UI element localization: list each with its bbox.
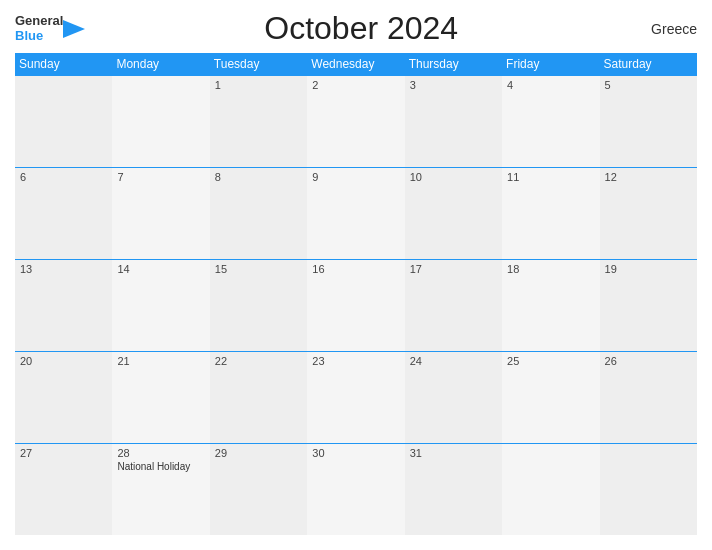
calendar-cell: 22 [210,351,307,443]
day-number: 9 [312,171,399,183]
calendar-cell: 16 [307,259,404,351]
svg-marker-0 [63,20,85,38]
calendar-week-row: 2728National Holiday293031 [15,443,697,535]
day-number: 8 [215,171,302,183]
calendar-cell: 4 [502,76,599,168]
day-number: 5 [605,79,692,91]
day-event: National Holiday [117,461,204,472]
calendar-cell: 26 [600,351,697,443]
calendar-week-row: 12345 [15,76,697,168]
calendar-container: General Blue October 2024 Greece Sunday … [0,0,712,550]
calendar-cell [112,76,209,168]
calendar-cell: 6 [15,167,112,259]
day-number: 3 [410,79,497,91]
day-number: 4 [507,79,594,91]
logo-icon [63,20,85,38]
calendar-table: Sunday Monday Tuesday Wednesday Thursday… [15,53,697,535]
logo-blue: Blue [15,29,63,43]
calendar-cell: 7 [112,167,209,259]
logo-general: General [15,14,63,28]
calendar-week-row: 20212223242526 [15,351,697,443]
day-number: 27 [20,447,107,459]
calendar-cell: 29 [210,443,307,535]
month-title: October 2024 [85,10,637,47]
day-number: 13 [20,263,107,275]
calendar-cell: 24 [405,351,502,443]
day-number: 25 [507,355,594,367]
calendar-cell: 14 [112,259,209,351]
calendar-cell: 3 [405,76,502,168]
calendar-cell: 19 [600,259,697,351]
calendar-cell: 8 [210,167,307,259]
calendar-cell: 23 [307,351,404,443]
calendar-cell: 18 [502,259,599,351]
day-number: 29 [215,447,302,459]
days-header-row: Sunday Monday Tuesday Wednesday Thursday… [15,53,697,76]
calendar-cell: 5 [600,76,697,168]
day-number: 7 [117,171,204,183]
day-number: 2 [312,79,399,91]
day-number: 19 [605,263,692,275]
day-number: 1 [215,79,302,91]
calendar-cell: 25 [502,351,599,443]
calendar-cell: 27 [15,443,112,535]
day-number: 23 [312,355,399,367]
calendar-header: General Blue October 2024 Greece [15,10,697,47]
day-number: 6 [20,171,107,183]
calendar-cell [15,76,112,168]
calendar-cell: 21 [112,351,209,443]
day-number: 14 [117,263,204,275]
calendar-cell: 31 [405,443,502,535]
calendar-cell: 15 [210,259,307,351]
calendar-week-row: 13141516171819 [15,259,697,351]
header-sunday: Sunday [15,53,112,76]
calendar-cell: 20 [15,351,112,443]
calendar-cell: 10 [405,167,502,259]
header-wednesday: Wednesday [307,53,404,76]
calendar-cell: 12 [600,167,697,259]
calendar-cell: 17 [405,259,502,351]
day-number: 20 [20,355,107,367]
day-number: 24 [410,355,497,367]
day-number: 31 [410,447,497,459]
header-saturday: Saturday [600,53,697,76]
calendar-cell: 13 [15,259,112,351]
calendar-cell: 9 [307,167,404,259]
logo: General Blue [15,14,85,43]
header-tuesday: Tuesday [210,53,307,76]
day-number: 21 [117,355,204,367]
calendar-cell: 2 [307,76,404,168]
calendar-cell: 30 [307,443,404,535]
day-number: 16 [312,263,399,275]
calendar-cell: 28National Holiday [112,443,209,535]
day-number: 15 [215,263,302,275]
day-number: 10 [410,171,497,183]
day-number: 30 [312,447,399,459]
day-number: 17 [410,263,497,275]
day-number: 11 [507,171,594,183]
day-number: 22 [215,355,302,367]
day-number: 26 [605,355,692,367]
calendar-cell: 1 [210,76,307,168]
calendar-cell [502,443,599,535]
header-monday: Monday [112,53,209,76]
day-number: 18 [507,263,594,275]
header-thursday: Thursday [405,53,502,76]
calendar-week-row: 6789101112 [15,167,697,259]
day-number: 28 [117,447,204,459]
calendar-cell: 11 [502,167,599,259]
calendar-body: 1234567891011121314151617181920212223242… [15,76,697,536]
header-friday: Friday [502,53,599,76]
country-label: Greece [637,21,697,37]
day-number: 12 [605,171,692,183]
calendar-cell [600,443,697,535]
